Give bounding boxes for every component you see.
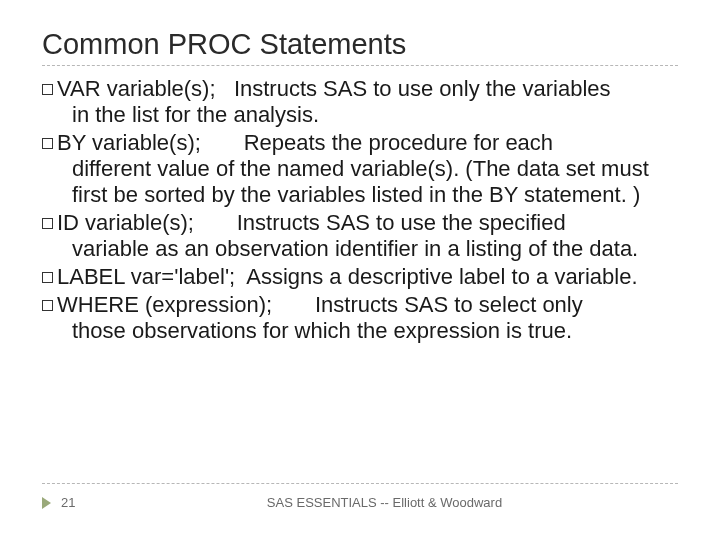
gap [272,292,315,317]
footer: 21 SAS ESSENTIALS -- Elliott & Woodward [42,495,678,510]
slide: Common PROC Statements VAR variable(s); … [0,0,720,540]
statement-desc-lead: Assigns a descriptive label to a variabl… [246,264,637,289]
square-bullet-icon [42,218,53,229]
gap [235,264,246,289]
gap [194,210,237,235]
list-item: WHERE (expression); Instructs SAS to sel… [42,292,678,344]
gap [201,130,244,155]
footer-divider [42,483,678,484]
square-bullet-icon [42,138,53,149]
statement-desc-lead: Instructs SAS to select only [315,292,583,317]
gap [216,76,234,101]
statement-desc-rest: variable as an observation identifier in… [42,236,678,262]
list-item: ID variable(s); Instructs SAS to use the… [42,210,678,262]
square-bullet-icon [42,300,53,311]
triangle-right-icon [42,497,51,509]
list-item: LABEL var='label'; Assigns a descriptive… [42,264,678,290]
statement-desc-rest: different value of the named variable(s)… [42,156,678,208]
statement-keyword: VAR variable(s); [57,76,216,101]
statement-desc-lead: Instructs SAS to use the specified [237,210,566,235]
statement-keyword: WHERE (expression); [57,292,272,317]
statement-desc-rest: in the list for the analysis. [42,102,678,128]
list-item: VAR variable(s); Instructs SAS to use on… [42,76,678,128]
page-number: 21 [61,495,91,510]
statement-desc-rest: those observations for which the express… [42,318,678,344]
statement-keyword: BY variable(s); [57,130,201,155]
statement-keyword: ID variable(s); [57,210,194,235]
statement-keyword: LABEL var='label'; [57,264,235,289]
footer-text: SAS ESSENTIALS -- Elliott & Woodward [91,495,678,510]
statement-desc-lead: Instructs SAS to use only the variables [234,76,611,101]
content-body: VAR variable(s); Instructs SAS to use on… [42,76,678,344]
title-divider [42,65,678,66]
square-bullet-icon [42,84,53,95]
statement-desc-lead: Repeats the procedure for each [244,130,553,155]
square-bullet-icon [42,272,53,283]
list-item: BY variable(s); Repeats the procedure fo… [42,130,678,208]
page-title: Common PROC Statements [42,28,678,61]
